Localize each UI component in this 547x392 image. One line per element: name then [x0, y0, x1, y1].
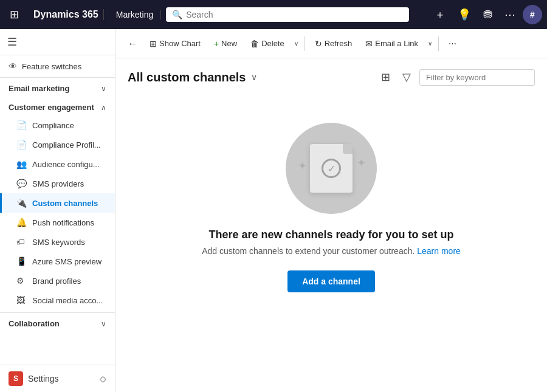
filter-keyword-input[interactable] [426, 73, 528, 82]
sparkle-right-icon: ✦ [357, 156, 366, 170]
search-input[interactable] [186, 10, 403, 19]
settings-label: Settings [28, 374, 59, 383]
sidebar-item-compliance-profiles[interactable]: 📄 Compliance Profil... [0, 135, 115, 154]
email-chevron[interactable]: ∨ [425, 37, 435, 50]
filter-icon[interactable]: ⛃ [478, 5, 497, 24]
app-title: Dynamics 365 [29, 9, 104, 20]
hamburger-icon[interactable]: ☰ [7, 36, 17, 48]
avatar[interactable]: # [523, 5, 542, 24]
search-bar[interactable]: 🔍 [166, 7, 409, 22]
add-button[interactable]: ＋ [430, 5, 450, 24]
collaboration-title: Collaboration [9, 319, 60, 328]
learn-more-link[interactable]: Learn more [417, 246, 461, 256]
empty-subtitle-text: Add custom channels to extend your custo… [202, 246, 415, 256]
sidebar-item-feature-switches[interactable]: 👁 Feature switches [0, 55, 115, 78]
refresh-label: Refresh [325, 39, 353, 48]
module-name: Marketing [109, 10, 161, 19]
back-button[interactable]: ← [123, 35, 142, 52]
sidebar-item-push-notifications[interactable]: 🔔 Push notifications [0, 213, 115, 232]
content-header-actions: ⊞ ▽ [377, 68, 535, 86]
push-notifications-label: Push notifications [32, 218, 94, 227]
collaboration-section[interactable]: Collaboration ∨ [0, 312, 115, 332]
add-channel-button[interactable]: Add a channel [287, 270, 375, 292]
delete-label: Delete [261, 39, 284, 48]
apps-grid-icon[interactable]: ⊞ [5, 5, 24, 24]
customer-engagement-section[interactable]: Customer engagement ∧ [0, 97, 115, 115]
sidebar-hamburger[interactable]: ☰ [0, 29, 115, 55]
email-link-label: Email a Link [375, 39, 418, 48]
email-marketing-arrow: ∨ [101, 84, 106, 93]
sidebar-item-custom-channels[interactable]: 🔌 Custom channels [0, 193, 115, 213]
azure-sms-preview-label: Azure SMS preview [32, 257, 101, 266]
audience-config-icon: 👥 [16, 159, 26, 169]
settings-left: S Settings [9, 371, 59, 386]
email-marketing-title: Email marketing [9, 84, 69, 93]
social-media-icon: 🖼 [16, 295, 26, 305]
collaboration-arrow: ∨ [101, 320, 106, 328]
sidebar-item-brand-profiles[interactable]: ⚙ Brand profiles [0, 271, 115, 291]
delete-chevron-icon: ∨ [294, 40, 298, 47]
sparkle-left-icon: ✦ [298, 159, 307, 173]
show-chart-label: Show Chart [159, 39, 201, 48]
sidebar-item-sms-keywords[interactable]: 🏷 SMS keywords [0, 232, 115, 252]
refresh-button[interactable]: ↻ Refresh [309, 36, 359, 52]
sms-keywords-icon: 🏷 [16, 237, 26, 247]
checkmark-icon: ✓ [322, 159, 341, 178]
sidebar-item-compliance[interactable]: 📄 Compliance [0, 115, 115, 135]
feature-switches-label: Feature switches [22, 62, 81, 71]
settings-expand-icon: ◇ [100, 374, 106, 383]
compliance-icon: 📄 [16, 120, 26, 130]
eye-icon: 👁 [9, 61, 17, 71]
sms-providers-icon: 💬 [16, 179, 26, 188]
settings-avatar: S [9, 371, 23, 386]
content-area: All custom channels ∨ ⊞ ▽ ✦ ✓ [115, 58, 547, 392]
delete-icon: 🗑 [250, 39, 259, 49]
content-title-area: All custom channels ∨ [128, 70, 257, 84]
empty-state-title: There are new channels ready for you to … [208, 229, 453, 241]
title-chevron-icon[interactable]: ∨ [251, 72, 257, 82]
azure-sms-preview-icon: 📱 [16, 256, 26, 266]
customer-engagement-title: Customer engagement [9, 103, 94, 112]
command-bar: ← ⊞ Show Chart + New 🗑 Delete ∨ ↻ Refres… [115, 29, 547, 58]
page-title: All custom channels [128, 70, 246, 84]
sidebar-item-social-media[interactable]: 🖼 Social media acco... [0, 291, 115, 310]
topbar-actions: ＋ 💡 ⛃ ⋯ # [430, 5, 542, 24]
email-chevron-icon: ∨ [428, 40, 432, 47]
custom-channels-icon: 🔌 [16, 198, 26, 208]
social-media-label: Social media acco... [32, 296, 103, 305]
email-marketing-section[interactable]: Email marketing ∨ [0, 78, 115, 97]
separator-2 [438, 36, 439, 51]
filter-toggle-icon[interactable]: ▽ [399, 68, 415, 86]
audience-config-label: Audience configu... [32, 160, 100, 169]
brand-profiles-label: Brand profiles [32, 277, 81, 286]
new-button[interactable]: + New [208, 36, 243, 52]
sidebar-item-audience-config[interactable]: 👥 Audience configu... [0, 154, 115, 174]
layout-toggle-icon[interactable]: ⊞ [377, 68, 394, 86]
delete-chevron[interactable]: ∨ [292, 37, 301, 50]
refresh-icon: ↻ [315, 39, 322, 49]
show-chart-button[interactable]: ⊞ Show Chart [143, 36, 207, 52]
empty-state-subtitle: Add custom channels to extend your custo… [202, 246, 461, 256]
sidebar-item-azure-sms-preview[interactable]: 📱 Azure SMS preview [0, 252, 115, 271]
main-content: ← ⊞ Show Chart + New 🗑 Delete ∨ ↻ Refres… [115, 29, 547, 392]
more-commands-button[interactable]: ⋯ [442, 36, 463, 51]
compliance-profiles-label: Compliance Profil... [32, 140, 101, 150]
delete-button[interactable]: 🗑 Delete [244, 36, 291, 52]
custom-channels-label: Custom channels [32, 199, 98, 208]
compliance-label: Compliance [32, 121, 74, 130]
empty-state-illustration: ✦ ✓ ✦ [286, 123, 377, 214]
settings-item[interactable]: S Settings ◇ [0, 365, 115, 392]
show-chart-icon: ⊞ [150, 39, 157, 49]
filter-input-area[interactable] [419, 69, 535, 86]
search-icon: 🔍 [172, 10, 182, 19]
email-link-button[interactable]: ✉ Email a Link [359, 36, 424, 52]
more-options-icon[interactable]: ⋯ [500, 5, 520, 24]
more-commands-icon: ⋯ [449, 39, 456, 48]
new-label: New [221, 39, 237, 48]
lightbulb-icon[interactable]: 💡 [453, 5, 476, 24]
sidebar-item-sms-providers[interactable]: 💬 SMS providers [0, 174, 115, 193]
customer-engagement-arrow: ∧ [101, 103, 106, 112]
empty-state: ✦ ✓ ✦ There are new channels ready for y… [128, 98, 535, 317]
brand-profiles-icon: ⚙ [16, 276, 26, 286]
content-header: All custom channels ∨ ⊞ ▽ [128, 68, 535, 86]
